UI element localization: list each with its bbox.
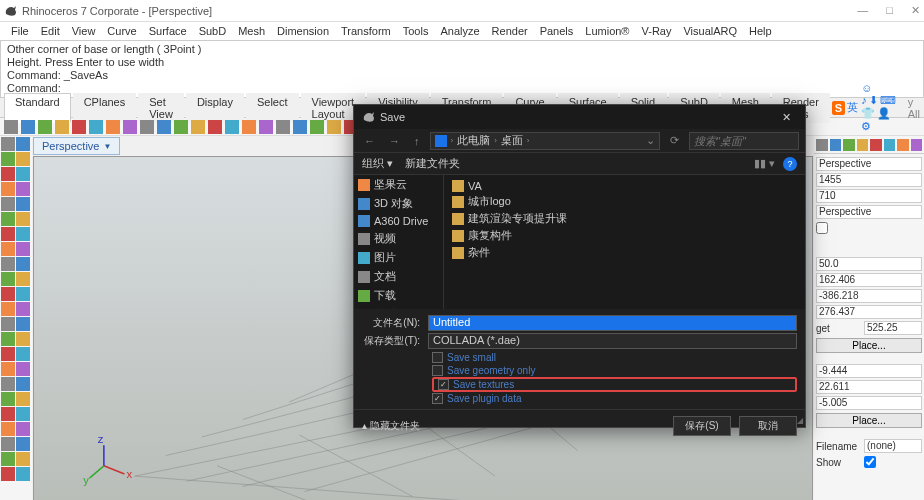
tool-icon[interactable] <box>16 242 30 256</box>
tool-icon[interactable] <box>1 182 15 196</box>
menu-panels[interactable]: Panels <box>535 25 579 37</box>
menu-subd[interactable]: SubD <box>194 25 232 37</box>
save-option[interactable]: ✓Save textures <box>432 377 797 392</box>
tab-cplanes[interactable]: CPlanes <box>73 93 137 123</box>
folder-item[interactable]: 建筑渲染专项提升课 <box>448 210 801 227</box>
menu-visualarq[interactable]: VisualARQ <box>678 25 742 37</box>
folder-item[interactable]: VA <box>448 179 801 193</box>
tool-icon[interactable] <box>16 452 30 466</box>
tool-icon[interactable] <box>16 332 30 346</box>
resize-grip-icon[interactable]: ◢ <box>797 416 803 425</box>
nav-fwd-button[interactable]: → <box>385 135 404 147</box>
search-input[interactable] <box>689 132 799 150</box>
menu-help[interactable]: Help <box>744 25 777 37</box>
menu-tools[interactable]: Tools <box>398 25 434 37</box>
menu-view[interactable]: View <box>67 25 101 37</box>
panel-icon[interactable] <box>816 139 828 151</box>
tree-node[interactable]: 下载 <box>354 286 443 305</box>
tool-icon[interactable] <box>1 272 15 286</box>
projection-select[interactable]: Perspective <box>816 205 922 219</box>
tool-icon[interactable] <box>16 362 30 376</box>
toolbar-icon[interactable] <box>55 120 69 134</box>
tool-icon[interactable] <box>16 302 30 316</box>
menu-lumion®[interactable]: Lumion® <box>580 25 634 37</box>
tool-icon[interactable] <box>1 197 15 211</box>
tool-icon[interactable] <box>1 287 15 301</box>
tool-icon[interactable] <box>16 392 30 406</box>
save-option[interactable]: ✓Save plugin data <box>432 392 797 405</box>
tool-icon[interactable] <box>16 377 30 391</box>
tool-icon[interactable] <box>1 167 15 181</box>
toolbar-icon[interactable] <box>293 120 307 134</box>
panel-icon[interactable] <box>843 139 855 151</box>
tool-icon[interactable] <box>16 467 30 481</box>
tree-node[interactable]: 视频 <box>354 229 443 248</box>
show-checkbox[interactable] <box>864 456 876 468</box>
menu-transform[interactable]: Transform <box>336 25 396 37</box>
tab-standard[interactable]: Standard <box>4 93 71 123</box>
toolbar-icon[interactable] <box>242 120 256 134</box>
tool-icon[interactable] <box>1 452 15 466</box>
menu-mesh[interactable]: Mesh <box>233 25 270 37</box>
tree-node[interactable]: A360 Drive <box>354 213 443 229</box>
tool-icon[interactable] <box>1 467 15 481</box>
toolbar-icon[interactable] <box>4 120 18 134</box>
tool-icon[interactable] <box>1 362 15 376</box>
lock-checkbox[interactable] <box>816 222 828 234</box>
breadcrumb[interactable]: ›此电脑 ›桌面 › ⌄ <box>430 132 661 150</box>
minimize-button[interactable]: — <box>857 4 868 17</box>
toolbar-icon[interactable] <box>89 120 103 134</box>
toolbar-icon[interactable] <box>327 120 341 134</box>
nav-up-button[interactable]: ↑ <box>410 135 424 147</box>
tool-icon[interactable] <box>16 137 30 151</box>
tool-icon[interactable] <box>16 227 30 241</box>
folder-item[interactable]: 城市logo <box>448 193 801 210</box>
viewport-name-field[interactable]: Perspective <box>816 157 922 171</box>
menu-dimension[interactable]: Dimension <box>272 25 334 37</box>
nav-back-button[interactable]: ← <box>360 135 379 147</box>
new-folder-button[interactable]: 新建文件夹 <box>405 156 460 171</box>
panel-icon[interactable] <box>870 139 882 151</box>
folder-item[interactable]: 杂件 <box>448 244 801 261</box>
place-target-button[interactable]: Place... <box>816 413 922 428</box>
toolbar-icon[interactable] <box>157 120 171 134</box>
menu-curve[interactable]: Curve <box>102 25 141 37</box>
panel-icon[interactable] <box>884 139 896 151</box>
viewport-tab[interactable]: Perspective▼ <box>33 137 120 155</box>
folder-item[interactable]: 康复构件 <box>448 227 801 244</box>
panel-icon[interactable] <box>911 139 923 151</box>
tree-node[interactable]: 3D 对象 <box>354 194 443 213</box>
panel-icon[interactable] <box>830 139 842 151</box>
tool-icon[interactable] <box>16 287 30 301</box>
tool-icon[interactable] <box>16 257 30 271</box>
tool-icon[interactable] <box>1 152 15 166</box>
panel-icon[interactable] <box>897 139 909 151</box>
tool-icon[interactable] <box>16 317 30 331</box>
tool-icon[interactable] <box>1 227 15 241</box>
toolbar-icon[interactable] <box>140 120 154 134</box>
tool-icon[interactable] <box>16 422 30 436</box>
toolbar-icon[interactable] <box>72 120 86 134</box>
toolbar-icon[interactable] <box>38 120 52 134</box>
tool-icon[interactable] <box>16 167 30 181</box>
tool-icon[interactable] <box>16 182 30 196</box>
refresh-button[interactable]: ⟳ <box>666 134 683 147</box>
toolbar-icon[interactable] <box>208 120 222 134</box>
view-options-button[interactable]: ▮▮ ▾ <box>754 157 775 170</box>
filetype-select[interactable]: COLLADA (*.dae) <box>428 333 797 349</box>
menu-file[interactable]: File <box>6 25 34 37</box>
tool-icon[interactable] <box>16 407 30 421</box>
tool-icon[interactable] <box>16 152 30 166</box>
toolbar-icon[interactable] <box>276 120 290 134</box>
tool-icon[interactable] <box>1 257 15 271</box>
tool-icon[interactable] <box>16 347 30 361</box>
tab-display[interactable]: Display <box>186 93 244 123</box>
dialog-close-button[interactable]: ✕ <box>776 111 797 124</box>
tool-icon[interactable] <box>1 332 15 346</box>
tool-icon[interactable] <box>16 212 30 226</box>
tool-icon[interactable] <box>1 407 15 421</box>
hide-folders-toggle[interactable]: ▴ 隐藏文件夹 <box>362 419 665 433</box>
organize-menu[interactable]: 组织 ▾ <box>362 156 393 171</box>
maximize-button[interactable]: □ <box>886 4 893 17</box>
toolbar-icon[interactable] <box>123 120 137 134</box>
